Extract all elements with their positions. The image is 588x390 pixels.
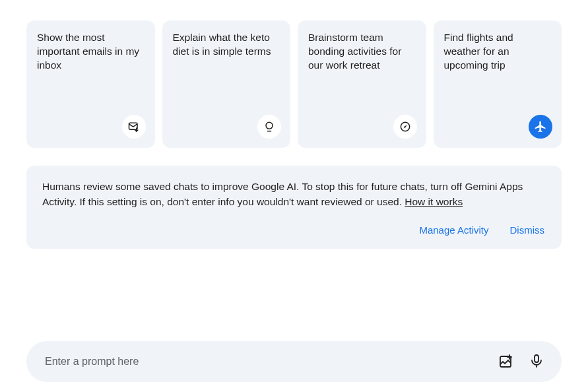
notice-text: Humans review some saved chats to improv… xyxy=(42,179,546,210)
suggestion-grid: Show the most important emails in my inb… xyxy=(0,0,588,148)
flight-icon xyxy=(529,115,552,139)
how-it-works-link[interactable]: How it works xyxy=(405,196,463,207)
prompt-input[interactable] xyxy=(45,356,493,368)
suggestion-text: Brainstorm team bonding activities for o… xyxy=(308,31,416,73)
microphone-icon xyxy=(529,353,544,371)
lightbulb-icon xyxy=(257,115,281,139)
suggestion-card-brainstorm[interactable]: Brainstorm team bonding activities for o… xyxy=(298,20,426,148)
manage-activity-button[interactable]: Manage Activity xyxy=(418,222,490,238)
prompt-bar xyxy=(26,341,562,382)
suggestion-text: Show the most important emails in my inb… xyxy=(37,31,145,73)
notice-actions: Manage Activity Dismiss xyxy=(42,222,546,238)
prompt-actions xyxy=(493,348,550,375)
svg-rect-4 xyxy=(535,355,539,362)
add-image-icon xyxy=(498,353,514,371)
compass-icon xyxy=(393,115,417,139)
suggestion-card-flights[interactable]: Find flights and weather for an upcoming… xyxy=(434,20,562,148)
privacy-notice: Humans review some saved chats to improv… xyxy=(26,166,562,249)
svg-point-1 xyxy=(266,122,273,129)
dismiss-button[interactable]: Dismiss xyxy=(509,222,546,238)
suggestion-card-keto[interactable]: Explain what the keto diet is in simple … xyxy=(162,20,291,148)
suggestion-text: Explain what the keto diet is in simple … xyxy=(173,31,280,59)
suggestion-card-emails[interactable]: Show the most important emails in my inb… xyxy=(26,20,155,148)
microphone-button[interactable] xyxy=(523,348,550,375)
email-icon xyxy=(122,115,146,139)
suggestion-text: Find flights and weather for an upcoming… xyxy=(444,31,552,73)
add-image-button[interactable] xyxy=(493,348,519,375)
